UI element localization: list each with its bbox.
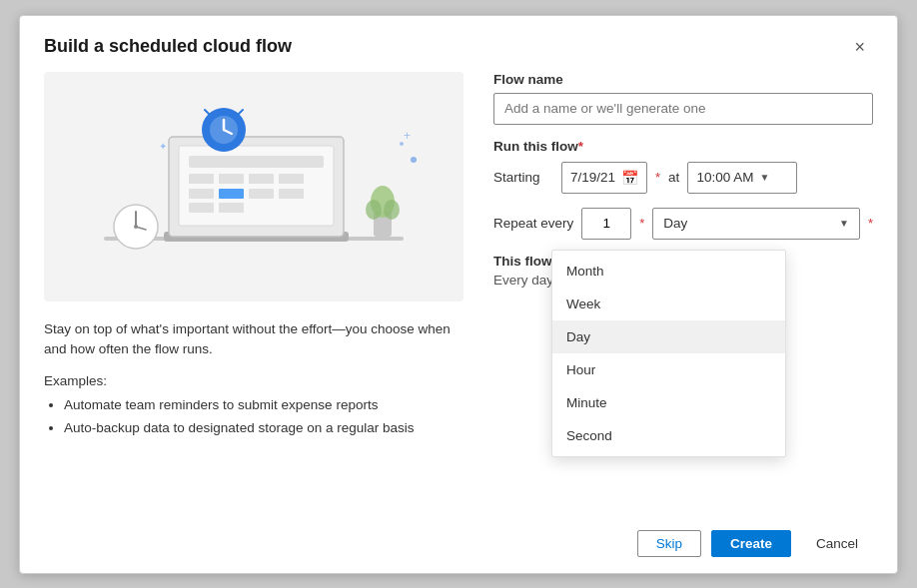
unit-value: Day: [663, 216, 687, 231]
required-star-run: *: [578, 139, 583, 154]
unit-chevron-icon: ▼: [839, 218, 849, 229]
close-button[interactable]: ×: [846, 34, 873, 60]
svg-rect-6: [219, 174, 244, 184]
svg-line-19: [205, 110, 210, 115]
svg-rect-8: [279, 174, 304, 184]
dropdown-item-day[interactable]: Day: [552, 320, 785, 353]
unit-required-star: *: [868, 216, 873, 231]
calendar-icon: 📅: [621, 170, 638, 186]
dropdown-item-week[interactable]: Week: [552, 288, 785, 320]
svg-rect-14: [219, 203, 244, 213]
svg-rect-9: [189, 189, 214, 199]
svg-rect-11: [249, 189, 274, 199]
cancel-button[interactable]: Cancel: [801, 530, 873, 557]
left-panel: + ✦ Stay on top of what's important with…: [44, 72, 463, 514]
svg-rect-10: [219, 189, 244, 199]
unit-dropdown: Month Week Day Hour Minute Second: [551, 250, 786, 457]
at-label: at: [668, 170, 679, 185]
flow-name-input[interactable]: [493, 93, 873, 125]
create-button[interactable]: Create: [711, 530, 791, 557]
dialog-footer: Skip Create Cancel: [20, 514, 897, 573]
dropdown-item-second[interactable]: Second: [552, 419, 785, 452]
dialog-title: Build a scheduled cloud flow: [44, 36, 292, 57]
repeat-label: Repeat every: [493, 216, 573, 231]
repeat-number-input[interactable]: [581, 208, 631, 240]
svg-rect-5: [189, 174, 214, 184]
svg-point-29: [366, 200, 382, 220]
flow-name-label: Flow name: [493, 72, 873, 87]
examples-label: Examples:: [44, 373, 463, 388]
examples-section: Examples: Automate team reminders to sub…: [44, 373, 463, 440]
starting-label: Starting: [493, 170, 553, 185]
flow-name-group: Flow name: [493, 72, 873, 125]
run-flow-label: Run this flow*: [493, 139, 873, 154]
dropdown-item-month[interactable]: Month: [552, 255, 785, 288]
time-picker[interactable]: 10:00 AM ▼: [687, 162, 797, 194]
svg-rect-13: [189, 203, 214, 213]
date-required-star: *: [655, 170, 660, 185]
svg-rect-4: [189, 156, 324, 168]
left-description: Stay on top of what's important without …: [44, 319, 463, 360]
dropdown-item-minute[interactable]: Minute: [552, 386, 785, 419]
date-picker[interactable]: 7/19/21 📅: [561, 162, 647, 194]
repeat-row: Repeat every * Day ▼ *: [493, 208, 873, 240]
date-value: 7/19/21: [570, 170, 615, 185]
unit-select[interactable]: Day ▼: [652, 208, 860, 240]
illustration: + ✦: [44, 72, 463, 301]
svg-point-21: [411, 157, 417, 163]
dialog-body: + ✦ Stay on top of what's important with…: [20, 72, 897, 514]
examples-list: Automate team reminders to submit expens…: [44, 394, 463, 440]
svg-rect-7: [249, 174, 274, 184]
svg-rect-12: [279, 189, 304, 199]
svg-point-30: [384, 200, 400, 220]
starting-row: Starting 7/19/21 📅 * at 10:00 AM ▼: [493, 162, 873, 194]
repeat-required-star: *: [639, 216, 644, 231]
dialog: Build a scheduled cloud flow ×: [19, 15, 898, 574]
right-panel: Flow name Run this flow* Starting 7/19/2…: [493, 72, 873, 514]
example-item-1: Automate team reminders to submit expens…: [64, 394, 463, 417]
time-value: 10:00 AM: [696, 170, 753, 185]
dialog-header: Build a scheduled cloud flow ×: [20, 16, 897, 72]
svg-line-20: [238, 110, 243, 115]
example-item-2: Auto-backup data to designated storage o…: [64, 417, 463, 440]
svg-text:✦: ✦: [159, 141, 167, 152]
svg-text:+: +: [404, 129, 411, 143]
skip-button[interactable]: Skip: [637, 530, 701, 557]
dropdown-item-hour[interactable]: Hour: [552, 353, 785, 386]
time-chevron-icon: ▼: [759, 172, 769, 183]
